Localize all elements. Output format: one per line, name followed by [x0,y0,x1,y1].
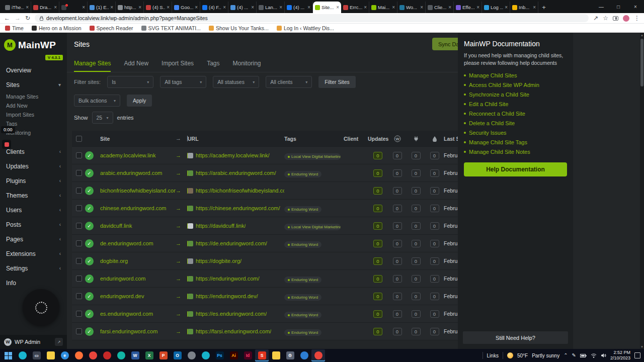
tab-close-icon[interactable]: × [307,5,310,10]
scrollbar-thumb[interactable] [640,39,643,86]
plugin-updates-badge[interactable]: 0 [412,240,421,247]
weather-desc[interactable]: Partly sunny [532,353,559,358]
updates-count-badge[interactable]: 0 [373,328,382,335]
row-checkbox[interactable] [76,276,82,282]
site-name-link[interactable]: dogbite.org [100,258,176,264]
address-bar[interactable]: development.localview.link/wp-admin/admi… [35,14,589,22]
row-checkbox[interactable] [76,223,82,229]
docs-link-manage-child-site-tags[interactable]: Manage Child Site Tags [458,137,573,147]
docs-link-delete-a-child-site[interactable]: Delete a Child Site [458,118,573,128]
site-name-link[interactable]: enduringword.com [100,276,176,282]
browser-tab[interactable]: Lan...× [257,2,285,13]
site-url-link[interactable]: https://de.enduringword.com/ [196,240,267,246]
site-url-link[interactable]: https://enduringword.dev/ [196,293,258,299]
updates-count-badge[interactable]: 0 [373,293,382,300]
browser-tab[interactable]: (4) ...× [285,2,313,13]
goto-wp-admin-icon[interactable]: → [176,311,188,317]
theme-updates-badge[interactable]: 0 [430,205,439,212]
sidebar-subitem-add-new[interactable]: Add New [0,101,67,110]
tab-add-new[interactable]: Add New [124,55,148,72]
sidebar-item-extensions[interactable]: Extensions‹ [0,246,67,261]
tag-badge[interactable]: Enduring Word [284,277,321,283]
browser-tab[interactable]: (4) ...× [228,2,257,13]
sidebar-subitem-import-sites[interactable]: Import Sites [0,110,67,119]
theme-updates-badge[interactable]: 0 [430,222,439,230]
browser-tab[interactable]: (4) S...× [144,2,172,13]
taskbar-icon-edge[interactable]: e [58,349,71,361]
site-url-link[interactable]: https://dogbite.org/ [196,258,242,264]
theme-updates-badge[interactable]: 0 [430,275,439,283]
entries-select[interactable]: 25 ▾ [92,112,113,124]
goto-wp-admin-icon[interactable]: → [176,170,188,176]
share-icon[interactable]: ↗ [593,15,598,21]
goto-wp-admin-icon[interactable]: → [176,258,188,264]
updates-count-badge[interactable]: 0 [373,275,382,283]
webcam-bubble[interactable] [23,289,59,326]
brand-logo[interactable]: M MainWP [0,33,67,52]
tag-badge[interactable]: Enduring Word [284,294,321,301]
bookmark-item[interactable]: Time [5,25,24,31]
taskbar-icon-powerpoint[interactable]: P [156,349,170,361]
taskbar-icon-search[interactable] [16,349,29,361]
bookmark-item[interactable]: Show Us Your Tanks... [209,25,269,31]
row-checkbox[interactable] [76,205,82,211]
wp-updates-badge[interactable]: 0 [393,328,402,335]
site-url-link[interactable]: https://es.enduringword.com/ [196,311,267,317]
reload-icon[interactable]: ↻ [25,15,30,21]
wifi-icon[interactable] [591,353,597,358]
tray-expand-icon[interactable]: ⌃ [564,353,568,358]
tab-close-icon[interactable]: × [251,5,254,10]
taskbar-icon-file-explorer[interactable] [44,349,57,361]
taskbar-icon-outlook[interactable]: O [171,349,184,361]
theme-updates-badge[interactable]: 0 [430,187,439,195]
tab-tags[interactable]: Tags [207,55,219,72]
updates-count-badge[interactable]: 0 [373,257,382,265]
goto-wp-admin-icon[interactable]: → [176,223,188,229]
updates-count-badge[interactable]: 0 [373,152,382,159]
scroll-up-icon[interactable]: ▲ [640,33,644,37]
row-checkbox[interactable] [76,152,82,158]
sidebar-item-posts[interactable]: Posts‹ [0,217,67,232]
browser-tab[interactable]: Dra...× [31,2,59,13]
plugin-updates-badge[interactable]: 0 [412,310,421,318]
plugin-updates-badge[interactable]: 0 [412,205,421,212]
tag-badge[interactable]: Local View Digital Marketing [284,153,341,160]
site-url-link[interactable]: https://chinese.enduringword.com/ [196,205,280,211]
wp-updates-badge[interactable]: 0 [393,240,402,247]
bookmark-item[interactable]: Log In ‹ Wattley Dis... [277,25,334,31]
wp-updates-badge[interactable]: 0 [393,222,402,230]
filter-select-all-statuses[interactable]: All statuses▾ [213,76,259,88]
taskbar-icon-firefox[interactable] [72,349,86,361]
plugin-updates-badge[interactable]: 0 [412,152,421,159]
docs-link-manage-child-site-notes[interactable]: Manage Child Site Notes [458,147,573,156]
tab-close-icon[interactable]: × [533,5,536,10]
filter-select-is[interactable]: Is▾ [107,76,153,88]
taskbar-icon-chrome-2[interactable] [311,349,325,361]
docs-link-manage-child-sites[interactable]: Manage Child Sites [458,70,573,80]
tag-badge[interactable]: Local View Digital Marketing [284,224,341,230]
browser-tab[interactable]: Wo...× [397,2,426,13]
taskbar-icon-photoshop[interactable]: Ps [213,349,226,361]
plugin-updates-badge[interactable]: 0 [412,328,421,335]
theme-updates-badge[interactable]: 0 [430,293,439,300]
updates-count-badge[interactable]: 0 [373,205,382,212]
updates-count-badge[interactable]: 0 [373,222,382,230]
site-name-link[interactable]: farsi.enduringword.com [100,328,176,334]
sidebar-item-settings[interactable]: Settings‹ [0,261,67,276]
site-name-link[interactable]: davidcuff.link [100,223,176,229]
updates-count-badge[interactable]: 0 [373,240,382,247]
tab-close-icon[interactable]: × [82,5,85,10]
recording-stop-button[interactable] [2,140,11,149]
url-column-header[interactable]: URL [188,136,284,142]
browser-tab[interactable]: Goo...× [172,2,200,13]
browser-tab[interactable]: Inb...× [510,2,538,13]
site-name-link[interactable]: de.enduringword.com [100,240,176,246]
browser-tab[interactable]: (1) E...× [88,2,116,13]
site-url-link[interactable]: https://davidcuff.link/ [196,223,246,229]
browser-tab[interactable]: Clie...× [426,2,454,13]
docs-link-reconnect-a-child-site[interactable]: Reconnect a Child Site [458,109,573,118]
wp-updates-badge[interactable]: 0 [393,257,402,265]
docs-link-access-child-site-wp-admin[interactable]: Access Child Site WP Admin [458,80,573,89]
wp-updates-badge[interactable]: 0 [393,205,402,212]
sidebar-item-pages[interactable]: Pages‹ [0,232,67,246]
